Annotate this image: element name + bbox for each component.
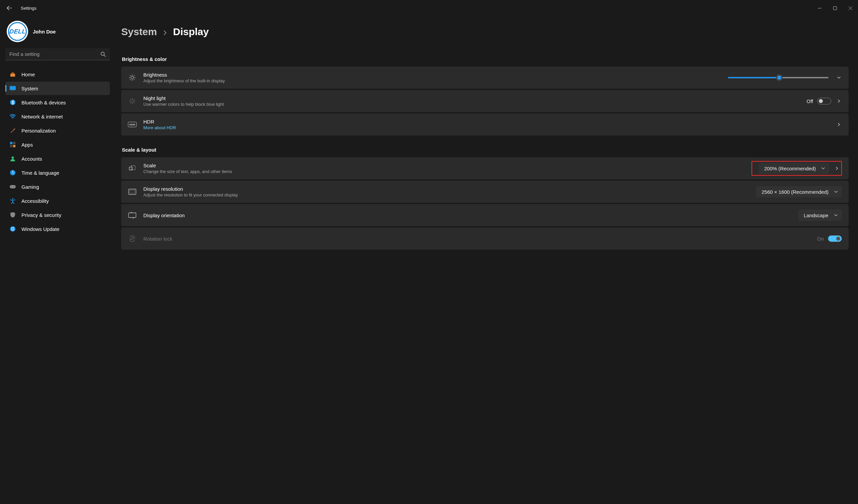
orientation-dropdown[interactable]: Landscape xyxy=(798,210,842,221)
card-title: Night light xyxy=(143,95,807,101)
card-subtitle: Change the size of text, apps, and other… xyxy=(143,169,751,174)
avatar: DELL xyxy=(7,21,28,42)
sidebar-item-network[interactable]: Network & internet xyxy=(5,110,110,123)
profile-name: John Doe xyxy=(33,29,55,34)
svg-rect-7 xyxy=(13,142,15,144)
hdr-link[interactable]: More about HDR xyxy=(143,125,836,130)
chevron-right-icon[interactable] xyxy=(836,99,842,103)
sidebar: DELL John Doe Home System Bluetooth & de… xyxy=(0,16,111,504)
chevron-right-icon[interactable] xyxy=(836,122,842,127)
card-scale[interactable]: Scale Change the size of text, apps, and… xyxy=(121,157,848,179)
orientation-icon xyxy=(128,212,137,218)
brightness-slider[interactable] xyxy=(728,77,828,78)
close-button[interactable] xyxy=(843,0,858,16)
svg-rect-8 xyxy=(10,145,12,147)
svg-point-16 xyxy=(10,226,15,232)
card-subtitle: Adjust the resolution to fit your connec… xyxy=(143,192,756,197)
chevron-down-icon[interactable] xyxy=(836,75,842,80)
resolution-icon xyxy=(128,189,137,195)
maximize-button[interactable] xyxy=(827,0,843,16)
sidebar-item-time-language[interactable]: Time & language xyxy=(5,166,110,179)
breadcrumb-parent[interactable]: System xyxy=(121,26,157,37)
minimize-button[interactable] xyxy=(812,0,827,16)
scale-icon xyxy=(128,165,137,172)
sidebar-item-label: Privacy & security xyxy=(21,212,61,218)
update-icon xyxy=(10,226,16,232)
card-resolution[interactable]: Display resolution Adjust the resolution… xyxy=(121,181,848,203)
window-title: Settings xyxy=(21,6,36,11)
svg-point-1 xyxy=(101,52,105,55)
paintbrush-icon xyxy=(10,127,16,134)
sidebar-item-privacy[interactable]: Privacy & security xyxy=(5,208,110,222)
sidebar-item-apps[interactable]: Apps xyxy=(5,138,110,151)
svg-point-13 xyxy=(11,186,12,187)
sidebar-item-home[interactable]: Home xyxy=(5,68,110,81)
svg-point-18 xyxy=(131,100,133,102)
sidebar-item-gaming[interactable]: Gaming xyxy=(5,180,110,193)
titlebar: Settings xyxy=(0,0,858,16)
search-box[interactable] xyxy=(5,48,110,60)
card-subtitle: Use warmer colors to help block blue lig… xyxy=(143,102,807,107)
sidebar-item-accounts[interactable]: Accounts xyxy=(5,152,110,165)
scale-dropdown[interactable]: 200% (Recommended) xyxy=(759,163,829,174)
chevron-right-icon[interactable] xyxy=(834,166,840,171)
sidebar-item-label: Gaming xyxy=(21,184,39,190)
dropdown-value: 200% (Recommended) xyxy=(764,166,816,172)
content: System Display Brightness & color Bright… xyxy=(111,16,858,504)
gamepad-icon xyxy=(10,183,16,190)
svg-rect-26 xyxy=(132,238,133,240)
dropdown-value: Landscape xyxy=(804,212,828,218)
profile-block[interactable]: DELL John Doe xyxy=(5,18,111,48)
breadcrumb: System Display xyxy=(121,26,848,37)
svg-rect-24 xyxy=(130,191,134,193)
sidebar-item-label: Windows Update xyxy=(21,226,59,232)
sidebar-item-label: Bluetooth & devices xyxy=(21,100,66,105)
resolution-dropdown[interactable]: 2560 × 1600 (Recommended) xyxy=(756,186,842,197)
back-button[interactable] xyxy=(3,1,16,15)
card-hdr[interactable]: HDR HDR More about HDR xyxy=(121,113,848,135)
card-brightness[interactable]: Brightness Adjust the brightness of the … xyxy=(121,67,848,89)
avatar-text: DELL xyxy=(9,28,26,35)
sidebar-item-label: Apps xyxy=(21,142,33,148)
rotation-lock-toggle xyxy=(828,235,842,242)
search-input[interactable] xyxy=(10,51,100,57)
sun-icon xyxy=(128,74,137,81)
sidebar-item-system[interactable]: System xyxy=(5,82,110,95)
card-title: Display resolution xyxy=(143,186,756,192)
sidebar-item-personalization[interactable]: Personalization xyxy=(5,124,110,137)
apps-icon xyxy=(10,141,16,148)
arrow-left-icon xyxy=(7,5,12,11)
sidebar-item-accessibility[interactable]: Accessibility xyxy=(5,194,110,208)
bluetooth-icon xyxy=(10,99,16,106)
card-night-light[interactable]: Night light Use warmer colors to help bl… xyxy=(121,90,848,112)
sidebar-item-label: System xyxy=(21,86,38,91)
home-icon xyxy=(10,71,16,78)
svg-rect-3 xyxy=(11,90,14,91)
svg-rect-9 xyxy=(13,145,15,147)
svg-text:HDR: HDR xyxy=(129,123,135,126)
sidebar-item-bluetooth[interactable]: Bluetooth & devices xyxy=(5,96,110,109)
svg-rect-25 xyxy=(129,213,136,217)
person-icon xyxy=(10,155,16,162)
slider-thumb[interactable] xyxy=(776,74,783,81)
svg-rect-2 xyxy=(10,86,16,90)
rotation-lock-icon xyxy=(128,235,137,242)
card-title: Brightness xyxy=(143,72,728,78)
card-orientation[interactable]: Display orientation Landscape xyxy=(121,204,848,226)
sidebar-item-windows-update[interactable]: Windows Update xyxy=(5,222,110,235)
chevron-down-icon xyxy=(834,190,838,194)
scale-highlight: 200% (Recommended) xyxy=(751,161,842,176)
svg-rect-12 xyxy=(10,185,16,189)
breadcrumb-current: Display xyxy=(173,26,209,37)
sidebar-item-label: Accessibility xyxy=(21,198,49,204)
card-title: Rotation lock xyxy=(143,236,817,242)
section-brightness-color: Brightness & color xyxy=(122,56,848,62)
slider-fill xyxy=(728,77,779,78)
sidebar-item-label: Network & internet xyxy=(21,114,63,119)
sidebar-item-label: Time & language xyxy=(21,170,59,176)
card-subtitle: Adjust the brightness of the built-in di… xyxy=(143,78,728,83)
sidebar-item-label: Accounts xyxy=(21,156,42,162)
night-light-toggle[interactable] xyxy=(817,98,831,104)
svg-rect-6 xyxy=(10,142,12,144)
svg-point-10 xyxy=(12,157,14,159)
